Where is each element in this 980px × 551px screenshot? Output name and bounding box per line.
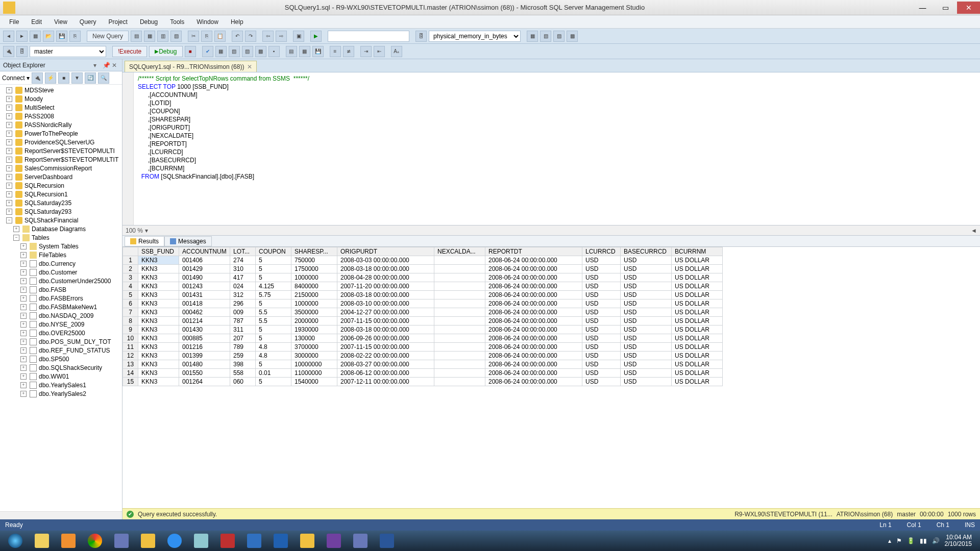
connect-icon[interactable]: 🔌 <box>32 72 43 84</box>
tree-item[interactable]: +ReportServer$STEVETOPMULTIT <box>0 155 122 164</box>
tree-item[interactable]: +dbo.YearlySales1 <box>0 381 122 389</box>
menu-window[interactable]: Window <box>190 17 225 27</box>
tree-item[interactable]: +dbo.WW01 <box>0 372 122 381</box>
estimated-plan-button[interactable]: ▦ <box>215 46 227 57</box>
filter-icon[interactable]: ▼ <box>71 72 83 84</box>
maximize-button[interactable]: ▭ <box>934 2 957 14</box>
menu-help[interactable]: Help <box>225 17 250 27</box>
open-button[interactable]: 📂 <box>43 31 54 42</box>
notepad-icon[interactable] <box>189 532 213 549</box>
outdent-button[interactable]: ⇤ <box>374 46 385 57</box>
start-button-win[interactable] <box>3 532 28 549</box>
menu-view[interactable]: View <box>48 17 74 27</box>
results-text-button[interactable]: ▤ <box>286 46 297 57</box>
column-header[interactable]: LOT... <box>230 247 256 256</box>
table-row[interactable]: 1KKN300140627457500002008-03-03 00:00:00… <box>123 256 723 265</box>
explorer-icon[interactable] <box>30 532 54 549</box>
memory-combo[interactable]: physical_memory_in_bytes <box>429 31 521 42</box>
new-query-button[interactable]: New Query <box>87 31 129 42</box>
menu-project[interactable]: Project <box>103 17 134 27</box>
tree-item[interactable]: +Database Diagrams <box>0 224 122 233</box>
sidebar-hscroll[interactable] <box>0 511 122 519</box>
pin-icon[interactable]: 📌 <box>103 62 110 69</box>
tray-flag-icon[interactable]: ⚑ <box>896 537 902 544</box>
table-row[interactable]: 2KKN3001429310517500002008-03-18 00:00:0… <box>123 265 723 273</box>
column-header[interactable]: LCURRCD <box>582 247 621 256</box>
results-grid-wrap[interactable]: SSB_FUNDACCOUNTNUMLOT...COUPONSHARESP...… <box>122 247 980 508</box>
tree-item[interactable]: +SQLRecursion1 <box>0 190 122 198</box>
minimize-button[interactable]: — <box>911 2 934 14</box>
tray-network-icon[interactable]: ▮▮ <box>920 537 927 544</box>
tree-item[interactable]: +dbo.CustomerUnder25000 <box>0 277 122 285</box>
activity-button[interactable]: ▦ <box>144 31 155 42</box>
tab-close-icon[interactable]: ✕ <box>247 63 252 70</box>
tree-item[interactable]: +dbo.Customer <box>0 268 122 277</box>
actual-plan-button[interactable]: ▩ <box>255 46 266 57</box>
zoom-level[interactable]: 100 % <box>126 227 143 234</box>
menu-query[interactable]: Query <box>74 17 103 27</box>
tree-item[interactable]: +ProvidenceSQLServerUG <box>0 138 122 146</box>
tree-item[interactable]: +dbo.SP500 <box>0 355 122 363</box>
tab-sqlquery1[interactable]: SQLQuery1.sql - R9...TRION\ssimon (68)) … <box>125 61 257 72</box>
table-row[interactable]: 6KKN3001418296510000002008-03-10 00:00:0… <box>123 299 723 308</box>
debug-button[interactable]: ▶ Debug <box>149 46 182 57</box>
tab-results[interactable]: Results <box>125 236 164 246</box>
word-icon[interactable] <box>375 532 399 549</box>
lync-icon[interactable] <box>242 532 266 549</box>
available-db-icon[interactable]: 🗄 <box>16 46 28 57</box>
tree-item[interactable]: +SQLSaturday235 <box>0 198 122 207</box>
vs-icon[interactable] <box>109 532 134 549</box>
column-header[interactable]: BCURRNM <box>672 247 723 256</box>
query-options-button[interactable]: ▧ <box>229 46 240 57</box>
table-row[interactable]: 13KKN30014803985100000002008-03-27 00:00… <box>123 360 723 369</box>
undo-button[interactable]: ↶ <box>232 31 243 42</box>
column-header[interactable]: COUPON <box>256 247 291 256</box>
save-button[interactable]: 💾 <box>56 31 67 42</box>
disconnect-icon[interactable]: ⚡ <box>45 72 56 84</box>
column-header[interactable]: NEXCALDA... <box>434 247 485 256</box>
results-grid[interactable]: SSB_FUNDACCOUNTNUMLOT...COUPONSHARESP...… <box>122 247 723 386</box>
indent-button[interactable]: ⇥ <box>360 46 372 57</box>
client-stats-button[interactable]: ▪ <box>268 46 280 57</box>
redo-button[interactable]: ↷ <box>245 31 256 42</box>
tree-item[interactable]: +PASSNordicRally <box>0 120 122 129</box>
column-header[interactable]: SHARESP... <box>291 247 337 256</box>
specify-template-button[interactable]: Aₐ <box>391 46 402 57</box>
tree-item[interactable]: +MDSSteve <box>0 86 122 94</box>
tree-item[interactable]: +Moody <box>0 94 122 103</box>
tree-item[interactable]: +PASS2008 <box>0 112 122 120</box>
ssms-icon[interactable] <box>295 532 320 549</box>
save-all-button[interactable]: ⎘ <box>69 31 81 42</box>
tb-icon-2[interactable]: ▧ <box>540 31 551 42</box>
table-row[interactable]: 4KKN30012430244.12584000002007-11-20 00:… <box>123 282 723 291</box>
tree-item[interactable]: +dbo.NASDAQ_2009 <box>0 311 122 320</box>
back-button[interactable]: ◄ <box>3 31 14 42</box>
tray-clock[interactable]: 10:04 AM2/10/2015 <box>945 534 972 547</box>
ie-icon[interactable] <box>162 532 187 549</box>
table-row[interactable]: 15KKN3001264060515400002007-12-11 00:00:… <box>123 378 723 386</box>
column-header[interactable]: ORIGPURDT <box>337 247 434 256</box>
registered-servers-icon[interactable]: 🗄 <box>415 31 427 42</box>
chrome-icon[interactable] <box>83 532 107 549</box>
tree-item[interactable]: −SQLShackFinancial <box>0 216 122 224</box>
table-row[interactable]: 10KKN300088520751300002006-09-26 00:00:0… <box>123 334 723 343</box>
stop-icon[interactable]: ■ <box>58 72 69 84</box>
table-row[interactable]: 7KKN30004620095.535000002004-12-27 00:00… <box>123 308 723 317</box>
results-file-button[interactable]: 💾 <box>312 46 324 57</box>
outlook-icon[interactable] <box>268 532 293 549</box>
bids-icon[interactable] <box>348 532 373 549</box>
tree-item[interactable]: +SQLRecursion <box>0 181 122 190</box>
column-header[interactable] <box>123 247 138 256</box>
tree-item[interactable]: +dbo.POS_SUM_DLY_TOT <box>0 337 122 346</box>
table-row[interactable]: 14KKN30015505580.01110000002008-06-12 00… <box>123 369 723 378</box>
forward-button[interactable]: ► <box>16 31 28 42</box>
search-icon[interactable]: 🔍 <box>98 72 109 84</box>
db2-button[interactable]: ▧ <box>170 31 182 42</box>
change-connection-button[interactable]: 🔌 <box>3 46 14 57</box>
tray-chevron-icon[interactable]: ▴ <box>888 537 891 544</box>
new-project-button[interactable]: ▦ <box>30 31 41 42</box>
parse-button[interactable]: ✔ <box>202 46 213 57</box>
menu-debug[interactable]: Debug <box>134 17 164 27</box>
table-row[interactable]: 3KKN3001490417510000002008-04-28 00:00:0… <box>123 273 723 282</box>
close-button[interactable]: ✕ <box>957 2 980 14</box>
